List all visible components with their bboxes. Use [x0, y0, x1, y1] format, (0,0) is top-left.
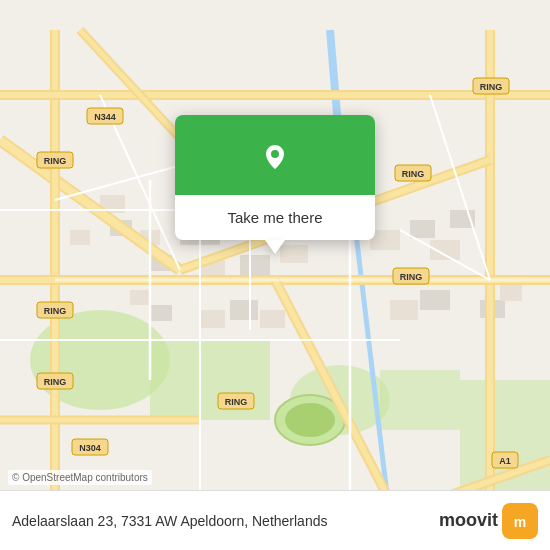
- address-text: Adelaarslaan 23, 7331 AW Apeldoorn, Neth…: [12, 513, 327, 529]
- svg-text:RING: RING: [402, 169, 425, 179]
- svg-rect-29: [500, 285, 522, 301]
- info-bar: Adelaarslaan 23, 7331 AW Apeldoorn, Neth…: [0, 490, 550, 550]
- svg-point-36: [285, 403, 335, 437]
- popup-card: Take me there: [175, 115, 375, 240]
- svg-text:RING: RING: [400, 272, 423, 282]
- location-pin-icon: [253, 135, 297, 179]
- svg-rect-4: [380, 370, 460, 430]
- svg-text:RING: RING: [225, 397, 248, 407]
- svg-text:N304: N304: [79, 443, 101, 453]
- svg-rect-27: [70, 230, 90, 245]
- svg-text:RING: RING: [44, 156, 67, 166]
- svg-rect-30: [200, 310, 225, 328]
- svg-rect-20: [410, 220, 435, 238]
- moovit-logo: moovit m: [439, 503, 538, 539]
- svg-rect-32: [260, 310, 285, 328]
- svg-rect-15: [240, 255, 270, 275]
- svg-rect-23: [390, 300, 418, 320]
- moovit-text: moovit: [439, 510, 498, 531]
- svg-text:RING: RING: [44, 306, 67, 316]
- map-container: RING RING RING RING RING RING RING N344 …: [0, 0, 550, 550]
- map-attribution: © OpenStreetMap contributors: [8, 470, 152, 485]
- svg-text:RING: RING: [480, 82, 503, 92]
- svg-text:RING: RING: [44, 377, 67, 387]
- svg-rect-34: [150, 305, 172, 321]
- svg-rect-33: [130, 290, 150, 305]
- svg-text:A1: A1: [499, 456, 511, 466]
- moovit-icon: m: [502, 503, 538, 539]
- take-me-there-button[interactable]: Take me there: [175, 195, 375, 240]
- svg-rect-24: [420, 290, 450, 310]
- map-roads: RING RING RING RING RING RING RING N344 …: [0, 0, 550, 550]
- svg-rect-31: [230, 300, 258, 320]
- svg-text:N344: N344: [94, 112, 116, 122]
- svg-text:m: m: [514, 514, 526, 530]
- popup-top: [175, 115, 375, 195]
- svg-point-89: [270, 149, 280, 159]
